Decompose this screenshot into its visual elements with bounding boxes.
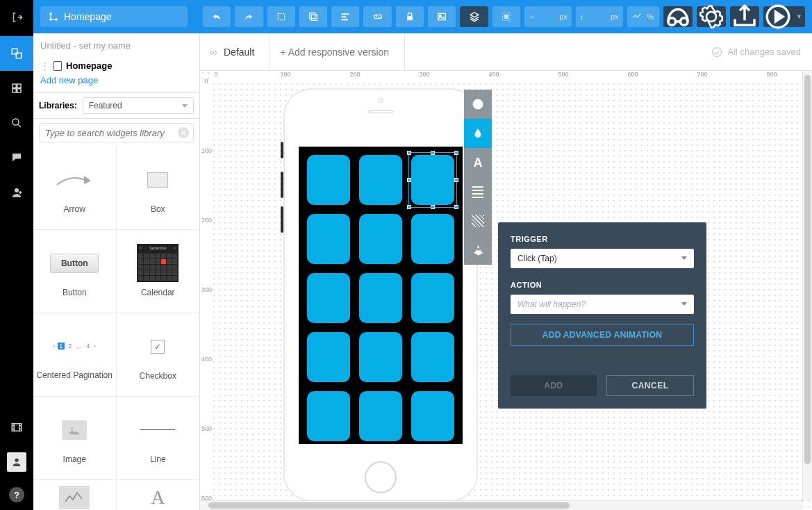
app-tile[interactable] bbox=[411, 214, 454, 264]
widget-text[interactable]: A bbox=[117, 480, 200, 510]
action-select[interactable]: What will happen? bbox=[511, 295, 694, 314]
interaction-tab-icon[interactable] bbox=[464, 236, 492, 265]
app-tile[interactable] bbox=[411, 273, 454, 323]
align-button[interactable] bbox=[331, 6, 359, 27]
text-tab-icon[interactable]: A bbox=[464, 148, 492, 177]
app-tile[interactable] bbox=[359, 155, 402, 205]
add-button[interactable]: ADD bbox=[511, 375, 597, 396]
app-tile[interactable] bbox=[307, 214, 350, 264]
vertical-scrollbar[interactable] bbox=[802, 71, 812, 500]
svg-rect-20 bbox=[438, 13, 446, 19]
widget-image[interactable]: Image bbox=[33, 397, 117, 480]
app-tile[interactable] bbox=[359, 273, 402, 323]
top-toolbar: Homepage ↔px ↕px % ▼ bbox=[33, 0, 812, 33]
widget-arrow[interactable]: Arrow bbox=[33, 147, 117, 230]
layout-tab-icon[interactable] bbox=[464, 177, 492, 206]
cancel-button[interactable]: CANCEL bbox=[606, 375, 694, 396]
logout-icon[interactable] bbox=[0, 0, 33, 35]
svg-rect-23 bbox=[504, 15, 508, 18]
widget-search-input[interactable] bbox=[45, 128, 188, 138]
svg-rect-19 bbox=[407, 16, 413, 20]
app-tile[interactable] bbox=[411, 332, 454, 382]
libraries-select[interactable]: Featured bbox=[83, 97, 194, 114]
undo-button[interactable] bbox=[203, 6, 231, 27]
app-tile[interactable] bbox=[411, 155, 454, 205]
element-properties-toolbar: A bbox=[464, 90, 492, 265]
action-label: ACTION bbox=[511, 281, 694, 289]
project-title[interactable]: Untitled - set my name bbox=[33, 33, 199, 55]
percent-field[interactable]: % bbox=[627, 6, 659, 27]
pattern-tab-icon[interactable] bbox=[464, 206, 492, 236]
app-rail: ? bbox=[0, 0, 33, 510]
svg-rect-14 bbox=[310, 13, 315, 19]
phone-frame bbox=[283, 88, 478, 502]
libraries-row: Libraries: Featured bbox=[33, 92, 199, 119]
share-button[interactable] bbox=[730, 6, 759, 27]
add-page-button[interactable]: Add new page bbox=[40, 74, 199, 91]
save-status: All changes saved bbox=[712, 47, 812, 57]
page-breadcrumb[interactable]: Homepage bbox=[40, 6, 188, 27]
svg-rect-8 bbox=[12, 424, 22, 431]
app-tile[interactable] bbox=[359, 391, 402, 441]
height-field[interactable]: ↕px bbox=[576, 6, 623, 27]
rail-comments-icon[interactable] bbox=[0, 140, 33, 175]
rail-help-icon[interactable]: ? bbox=[0, 479, 33, 510]
widget-checkbox[interactable]: ✓ Checkbox bbox=[117, 313, 200, 397]
rail-components-icon[interactable] bbox=[0, 71, 33, 106]
breakpoint-bar: ∞ Default + Add responsive version All c… bbox=[200, 33, 812, 71]
redo-button[interactable] bbox=[235, 6, 263, 27]
svg-point-9 bbox=[15, 459, 18, 462]
page-row[interactable]: ⋮ Homepage bbox=[40, 58, 199, 74]
widget-button[interactable]: Button Button bbox=[33, 230, 117, 313]
widget-grid: Arrow Box Button Button < September > bbox=[33, 147, 199, 510]
app-tile[interactable] bbox=[307, 332, 350, 382]
app-tile[interactable] bbox=[307, 391, 350, 441]
link-button[interactable] bbox=[363, 6, 391, 27]
breakpoint-default[interactable]: ∞ Default bbox=[200, 33, 270, 70]
page-breadcrumb-label: Homepage bbox=[64, 11, 112, 22]
svg-point-12 bbox=[56, 19, 57, 20]
widget-search[interactable]: ✕ bbox=[39, 123, 194, 142]
app-tile[interactable] bbox=[307, 155, 350, 205]
info-tab-icon[interactable] bbox=[464, 90, 492, 119]
duplicate-button[interactable] bbox=[299, 6, 327, 27]
svg-point-7 bbox=[15, 188, 19, 192]
app-tile[interactable] bbox=[359, 332, 402, 382]
layers-button[interactable] bbox=[460, 6, 488, 27]
app-tile[interactable] bbox=[307, 273, 350, 323]
horizontal-scrollbar[interactable] bbox=[200, 500, 802, 510]
canvas[interactable]: 010020030040050060070080090010001100 010… bbox=[200, 71, 812, 510]
rail-search-icon[interactable] bbox=[0, 106, 33, 140]
image-tool-button[interactable] bbox=[428, 6, 456, 27]
widget-pagination[interactable]: ‹ 1 2 ... 4 › Centered Pagination bbox=[33, 313, 117, 397]
rail-video-icon[interactable] bbox=[0, 410, 33, 445]
fill-tab-icon[interactable] bbox=[464, 119, 492, 148]
play-button[interactable]: ▼ bbox=[763, 6, 805, 27]
widget-line[interactable]: Line bbox=[117, 397, 200, 480]
svg-rect-15 bbox=[311, 15, 317, 20]
svg-rect-4 bbox=[13, 89, 16, 92]
app-tile[interactable] bbox=[411, 391, 454, 441]
rail-design-icon[interactable] bbox=[0, 36, 33, 71]
trigger-label: TRIGGER bbox=[511, 235, 694, 243]
crop-button[interactable] bbox=[267, 6, 295, 27]
add-advanced-animation-button[interactable]: ADD ADVANCED ANIMATION bbox=[511, 324, 694, 346]
home-button-icon bbox=[365, 461, 397, 493]
widget-box[interactable]: Box bbox=[117, 147, 200, 230]
add-responsive-button[interactable]: + Add responsive version bbox=[270, 33, 405, 70]
play-dropdown-icon[interactable]: ▼ bbox=[793, 13, 805, 20]
app-tile[interactable] bbox=[359, 214, 402, 264]
svg-rect-2 bbox=[13, 84, 16, 88]
preview-button[interactable] bbox=[663, 6, 693, 27]
rail-collab-icon[interactable] bbox=[0, 175, 33, 210]
widget-chart[interactable] bbox=[33, 480, 117, 510]
trigger-select[interactable]: Click (Tap) bbox=[511, 249, 694, 268]
lock-button[interactable] bbox=[396, 6, 424, 27]
group-button[interactable] bbox=[492, 6, 520, 27]
clear-icon[interactable]: ✕ bbox=[178, 127, 189, 138]
width-field[interactable]: ↔px bbox=[524, 6, 572, 27]
rail-avatar[interactable] bbox=[0, 445, 33, 479]
settings-button[interactable] bbox=[697, 6, 726, 27]
svg-rect-3 bbox=[17, 84, 21, 88]
widget-calendar[interactable]: < September > Calendar bbox=[117, 230, 200, 313]
